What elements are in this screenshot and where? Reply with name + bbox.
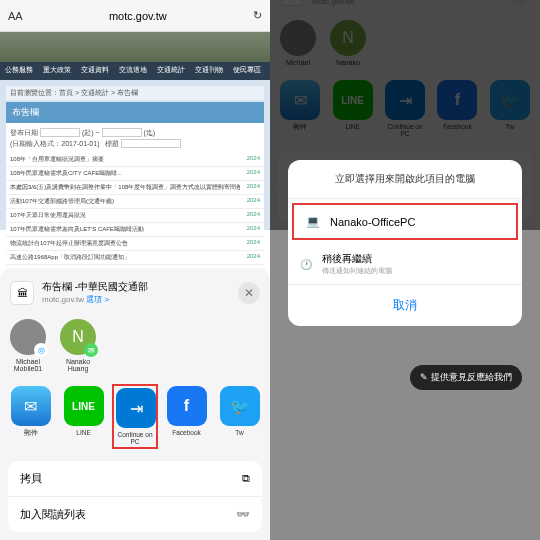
url-text[interactable]: motc.gov.tw bbox=[31, 10, 245, 22]
address-bar: AA motc.gov.tw ↻ bbox=[0, 0, 270, 32]
copy-icon: ⧉ bbox=[242, 472, 250, 485]
date-to-input[interactable] bbox=[102, 128, 142, 137]
site-favicon: 🏛 bbox=[10, 281, 34, 305]
glasses-icon: 👓 bbox=[236, 508, 250, 521]
cancel-button[interactable]: 取消 bbox=[288, 284, 522, 326]
table-row[interactable]: 物流統計自107年起停止辦理滿意度調查公告2024 bbox=[6, 237, 264, 251]
sheet-options[interactable]: 選項 > bbox=[86, 295, 109, 304]
share-app-twitter[interactable]: 🐦Tw bbox=[217, 386, 262, 447]
filters: 發布日期 (起) ~ (迄) (日期輸入格式：2017-01-01) 標題 bbox=[6, 123, 264, 153]
title-input[interactable] bbox=[121, 139, 181, 148]
text-size-button[interactable]: AA bbox=[8, 10, 23, 22]
hero-image bbox=[0, 32, 270, 62]
reload-icon[interactable]: ↻ bbox=[253, 9, 262, 22]
share-app-facebook[interactable]: fFacebook bbox=[164, 386, 209, 447]
table-row[interactable]: 高速公路1968App「取消路段訂閱功能通知」2024 bbox=[6, 251, 264, 265]
laptop-icon: 💻 bbox=[306, 215, 320, 228]
nav-item[interactable]: 交通刊物 bbox=[190, 62, 228, 80]
modal-header: 立即選擇用來開啟此項目的電腦 bbox=[288, 160, 522, 199]
breadcrumb: 目前瀏覽位置：首頁 > 交通統計 > 布告欄 bbox=[6, 86, 264, 100]
nav-item[interactable]: 交流道地 bbox=[114, 62, 152, 80]
later-option[interactable]: 🕐 稍後再繼續傳送通知到連結的電腦 bbox=[288, 244, 522, 284]
date-from-input[interactable] bbox=[40, 128, 80, 137]
airdrop-person[interactable]: ◎ MichaelMobile01 bbox=[10, 319, 46, 372]
airdrop-icon: ◎ bbox=[34, 343, 48, 357]
nav-item[interactable]: 交通資料 bbox=[76, 62, 114, 80]
reading-list-action[interactable]: 加入閱讀列表👓 bbox=[8, 497, 262, 532]
page-content: 目前瀏覽位置：首頁 > 交通統計 > 布告欄 布告欄 發布日期 (起) ~ (迄… bbox=[0, 80, 270, 230]
table-row[interactable]: 107年天眾日常使用運具狀況2024 bbox=[6, 209, 264, 223]
copy-action[interactable]: 拷貝⧉ bbox=[8, 461, 262, 497]
twitter-icon: 🐦 bbox=[220, 386, 260, 426]
phone-left: AA motc.gov.tw ↻ 公務服務 重大政策 交通資料 交流道地 交通統… bbox=[0, 0, 270, 540]
table-row[interactable]: 108年民眾運輸需求及CITY CAFE喝咖啡...2024 bbox=[6, 167, 264, 181]
nav-item[interactable]: 重大政策 bbox=[38, 62, 76, 80]
messages-icon: ✉ bbox=[84, 343, 98, 357]
feedback-icon: ✎ bbox=[420, 372, 428, 382]
nav-item[interactable]: 便民專區 bbox=[228, 62, 266, 80]
continue-pc-icon: ⇥ bbox=[116, 388, 156, 428]
table-row[interactable]: 活動107年交通部鐵路管理局(交通年鑑)2024 bbox=[6, 195, 264, 209]
pc-option[interactable]: 💻 Nanako-OfficePC bbox=[292, 203, 518, 240]
sheet-subtitle: motc.gov.tw bbox=[42, 295, 84, 304]
feedback-pill[interactable]: ✎ 提供意見反應給我們 bbox=[410, 365, 522, 390]
share-app-continue-pc[interactable]: ⇥Continue on PC bbox=[112, 384, 158, 449]
nav-item[interactable]: 公務服務 bbox=[0, 62, 38, 80]
close-icon[interactable]: ✕ bbox=[238, 282, 260, 304]
site-nav: 公務服務 重大政策 交通資料 交流道地 交通統計 交通刊物 便民專區 bbox=[0, 62, 270, 80]
phone-right: AAmotc.gov.tw↻ 公務服務重大政策交通資料交流道地交通統計交通刊物便… bbox=[270, 0, 540, 540]
share-app-line[interactable]: LINELINE bbox=[61, 386, 106, 447]
table-row[interactable]: 108年「自用車運輸狀況調查」摘要2024 bbox=[6, 153, 264, 167]
facebook-icon: f bbox=[167, 386, 207, 426]
table-row[interactable]: 本處因3/6(五)及講費幣到在調整作業中「108年度年報調查」調查方式改以實體郵… bbox=[6, 181, 264, 195]
pc-picker-modal: 立即選擇用來開啟此項目的電腦 💻 Nanako-OfficePC 🕐 稍後再繼續… bbox=[288, 160, 522, 326]
clock-icon: 🕐 bbox=[300, 259, 312, 270]
share-sheet: 🏛 布告欄 -中華民國交通部 motc.gov.tw 選項 > ✕ ◎ Mich… bbox=[0, 268, 270, 540]
nav-item[interactable]: 交通統計 bbox=[152, 62, 190, 80]
mail-icon: ✉ bbox=[11, 386, 51, 426]
table-row[interactable]: 107年民眾運輸需求差向及LET'S CAFE喝咖啡活動2024 bbox=[6, 223, 264, 237]
airdrop-person[interactable]: N✉ NanakoHuang bbox=[60, 319, 96, 372]
share-app-mail[interactable]: ✉郵件 bbox=[8, 386, 53, 447]
panel-title: 布告欄 bbox=[6, 102, 264, 123]
pc-name: Nanako-OfficePC bbox=[330, 216, 415, 228]
announce-table: 108年「自用車運輸狀況調查」摘要2024 108年民眾運輸需求及CITY CA… bbox=[6, 153, 264, 265]
line-icon: LINE bbox=[64, 386, 104, 426]
sheet-title: 布告欄 -中華民國交通部 bbox=[42, 280, 230, 294]
